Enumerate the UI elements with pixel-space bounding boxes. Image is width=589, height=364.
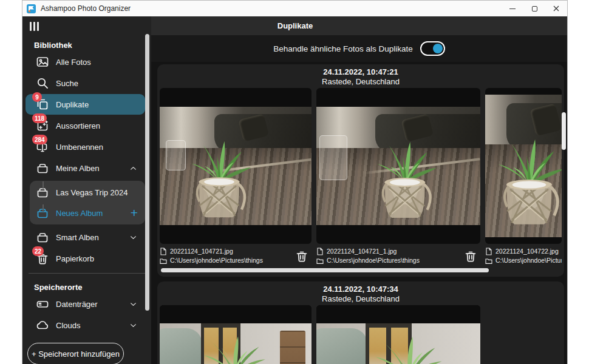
sidebar-item-drives[interactable]: Datenträger: [26, 294, 145, 314]
library-section-label: Bibliothek: [34, 41, 151, 50]
photos-icon: [35, 55, 50, 69]
file-path: C:\Users\johndoe\Picture: [495, 256, 562, 265]
window-title: Ashampoo Photo Organizer: [41, 4, 131, 13]
file-name: 20221124_104721.jpg: [170, 247, 233, 256]
minimize-button[interactable]: [502, 1, 523, 16]
file-icon: [485, 248, 492, 255]
file-name: 20221124_104722.jpg: [495, 247, 559, 256]
close-button[interactable]: [545, 1, 567, 16]
album-icon: [35, 161, 50, 175]
sidebar-item-label: Datenträger: [56, 300, 98, 309]
sidebar-item-label: Aussortieren: [56, 121, 100, 130]
maximize-button[interactable]: [523, 1, 545, 16]
chevron-down-icon: [129, 322, 137, 329]
sidebar-item-new-album[interactable]: Neues Album +: [30, 203, 145, 223]
page-title: Duplikate: [277, 16, 313, 35]
add-storage-button[interactable]: + Speicherort hinzufügen: [27, 343, 124, 364]
group-date: 24.11.2022, 10:47:34: [160, 285, 562, 294]
photo-image: [316, 323, 480, 364]
sidebar-item-label: Umbenennen: [56, 143, 103, 152]
toggle-knob: [433, 44, 443, 53]
photo-image: [160, 323, 312, 364]
app-logo-icon: [27, 4, 36, 13]
folder-icon: [316, 257, 324, 265]
file-info-row: 20221124_104721.jpg C:\Users\johndoe\Pic…: [160, 246, 562, 266]
sidebar: Bibliothek Alle Fotos Suche 9: [22, 16, 151, 364]
photo-thumbnail[interactable]: [316, 305, 480, 364]
file-icon: [160, 248, 167, 255]
similar-photos-toggle[interactable]: [420, 41, 445, 56]
delete-photo-button[interactable]: [294, 248, 309, 264]
sidebar-item-label: Papierkorb: [56, 254, 94, 263]
sidebar-item-duplicates[interactable]: 9 Duplikate: [26, 94, 145, 115]
sidebar-item-label: Alle Fotos: [56, 58, 91, 67]
sidebar-collapse-button[interactable]: [30, 22, 151, 32]
group-horizontal-scrollbar[interactable]: [161, 268, 489, 272]
main-header: Duplikate: [151, 16, 567, 35]
photo-card-row: [160, 88, 562, 244]
file-name: 20221124_104721_1.jpg: [327, 247, 397, 256]
add-album-plus-icon[interactable]: +: [131, 207, 138, 219]
sidebar-item-search[interactable]: Suche: [26, 73, 145, 93]
photo-image: [160, 107, 312, 225]
file-info: 20221124_104721_1.jpg C:\Users\johndoe\P…: [316, 246, 480, 266]
trash-count-badge: 22: [32, 246, 44, 256]
duplicates-scroll-area: 24.11.2022, 10:47:21 Rastede, Deutschlan…: [151, 62, 567, 364]
similar-toggle-label: Behandle ähnliche Fotos als Duplikate: [273, 44, 413, 53]
cloud-icon: [35, 318, 50, 332]
similar-toggle-row: Behandle ähnliche Fotos als Duplikate: [151, 35, 567, 62]
group-location: Rastede, Deutschland: [160, 77, 562, 87]
photo-thumbnail[interactable]: [316, 88, 480, 244]
photo-image: [316, 107, 480, 225]
sidebar-item-smart-albums[interactable]: Smart Alben: [26, 227, 145, 248]
photo-thumbnail[interactable]: [485, 88, 562, 244]
sidebar-item-label: Neues Album: [56, 209, 103, 218]
file-icon: [316, 248, 324, 255]
photo-card-row: [160, 305, 562, 364]
duplicate-group: 24.11.2022, 10:47:34 Rastede, Deutschlan…: [157, 281, 564, 364]
sidebar-item-all-photos[interactable]: Alle Fotos: [26, 52, 145, 72]
file-path: C:\Users\johndoe\Pictures\things: [327, 256, 420, 265]
sidebar-item-label: Meine Alben: [56, 164, 100, 173]
sidebar-item-label: Duplikate: [56, 100, 89, 109]
album-icon: [35, 230, 50, 244]
main-panel: Duplikate Behandle ähnliche Fotos als Du…: [151, 16, 567, 364]
rename-count-badge: 284: [32, 135, 47, 144]
group-location: Rastede, Deutschland: [160, 294, 562, 304]
app-window: Ashampoo Photo Organizer Bibliothek Alle…: [22, 0, 568, 364]
sidebar-item-trash[interactable]: 22 Papierkorb: [26, 248, 145, 269]
group-header: 24.11.2022, 10:47:21 Rastede, Deutschlan…: [160, 67, 562, 87]
file-info: 20221124_104722.jpg C:\Users\johndoe\Pic…: [485, 246, 562, 266]
tree-connector: [43, 181, 44, 189]
sidebar-item-clouds[interactable]: Clouds: [26, 315, 145, 335]
sort-out-count-badge: 118: [32, 113, 47, 123]
sidebar-item-my-albums[interactable]: Meine Alben: [26, 158, 145, 178]
photo-thumbnail[interactable]: [160, 88, 312, 244]
sidebar-item-album-las-vegas[interactable]: Las Vegas Trip 2024: [30, 182, 145, 203]
delete-photo-button[interactable]: [463, 248, 478, 264]
my-albums-subgroup: Las Vegas Trip 2024 Neues Album +: [30, 181, 145, 224]
sidebar-item-rename[interactable]: 284 Umbenennen: [26, 136, 145, 157]
maximize-icon: [532, 6, 537, 12]
group-header: 24.11.2022, 10:47:34 Rastede, Deutschlan…: [160, 285, 562, 304]
photo-image: [485, 95, 562, 237]
group-date: 24.11.2022, 10:47:21: [160, 67, 562, 77]
drive-icon: [35, 297, 50, 311]
file-path: C:\Users\johndoe\Pictures\things: [170, 256, 263, 265]
titlebar: Ashampoo Photo Organizer: [22, 1, 567, 16]
sidebar-divider: [29, 273, 145, 274]
sidebar-item-sort-out[interactable]: 118 Aussortieren: [26, 115, 145, 136]
close-icon: [553, 5, 559, 12]
sidebar-item-label: Smart Alben: [56, 233, 99, 242]
folder-icon: [485, 257, 492, 265]
sidebar-scrollbar[interactable]: [145, 34, 149, 311]
search-icon: [35, 76, 50, 90]
photo-thumbnail[interactable]: [160, 305, 312, 364]
main-vertical-scrollbar[interactable]: [562, 112, 566, 150]
duplicates-count-badge: 9: [32, 92, 42, 102]
minimize-icon: [509, 8, 516, 9]
folder-icon: [160, 257, 167, 265]
storage-section-label: Speicherorte: [34, 283, 151, 292]
chevron-down-icon: [129, 300, 137, 308]
sidebar-item-label: Clouds: [56, 321, 80, 330]
